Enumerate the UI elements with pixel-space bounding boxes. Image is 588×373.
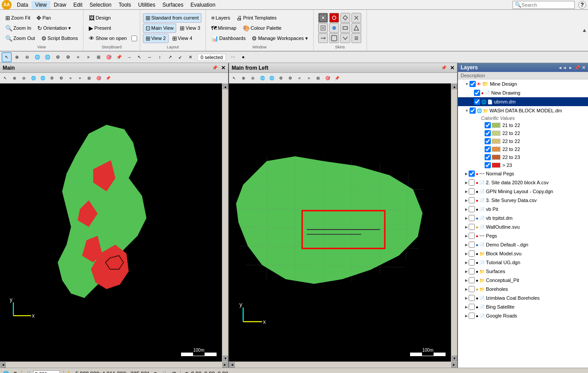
layer-demo-default[interactable]: ▶ ● 📄 Demo Default -.dgn [458,240,588,249]
vscroll-down-left[interactable]: ▼ [223,356,228,361]
vp-left-target[interactable]: 🎯 [94,74,103,83]
viewport-right-pin[interactable]: 📌 [441,65,446,70]
expand-bing-satellite[interactable]: ▶ [465,305,468,309]
layer-wash-data[interactable]: ▼ 🌐 📁 WASH DATA BLOCK MODEL.dm [458,106,588,115]
skin-btn-10[interactable] [329,33,339,43]
view2-button[interactable]: ⊞View 2 [143,34,169,43]
tool-cross[interactable]: ✕ [185,52,195,62]
expand-demo-default[interactable]: ▶ [465,243,468,247]
skin-btn-12[interactable] [351,33,361,43]
vp-right-gear1[interactable]: ⚙ [276,74,285,83]
skin-btn-7[interactable] [340,23,350,33]
expand-pegs[interactable]: ▶ [465,234,468,238]
standard-from-current-button[interactable]: ⊞Standard from current [143,13,201,23]
layer-google-roads[interactable]: ▶ ● 📄 Google Roads [458,311,588,320]
menu-evaluation[interactable]: Evaluation [187,1,219,9]
check-22-22-2[interactable] [485,138,491,144]
script-buttons-button[interactable]: ⚙Script Buttons [39,34,80,43]
tool-grid[interactable]: ⊞ [94,52,103,62]
legend-22-23[interactable]: 22 to 23 [458,153,588,161]
vp-left-globe2[interactable]: 🌐 [38,74,47,83]
zoom-input[interactable] [33,370,60,373]
vp-left-globe1[interactable]: 🌐 [29,74,38,83]
vscroll-right[interactable]: ▲ ▼ [451,83,457,361]
pan-button[interactable]: ✥Pan [34,13,54,23]
check-walloutline[interactable] [469,224,475,230]
layer-new-drawing[interactable]: ▶ ● 📄 New Drawing [458,88,588,97]
expand-block-model[interactable]: ▶ [465,252,468,256]
skin-btn-4[interactable] [351,13,361,23]
expand-vb-trpitst[interactable]: ▶ [465,216,468,220]
dashboards-button[interactable]: 📊Dashboards [209,34,248,43]
zoom-fit-button[interactable]: ⊞Zoom Fit [3,13,33,23]
vp-left-grid[interactable]: ⊞ [85,74,94,83]
check-vb-pit[interactable] [469,206,475,212]
check-mine-design[interactable] [470,81,476,87]
layer-block-model[interactable]: ▶ ● 📁 Block Model.svu [458,249,588,258]
layer-site-survey[interactable]: ▶ ● 📄 3. Site Survey Data.csv [458,196,588,205]
tool-resize-h[interactable]: ↔ [145,52,154,62]
tool-next[interactable]: » [83,52,93,62]
hscroll-left[interactable]: ◄ ► [0,361,228,368]
expand-site-survey[interactable]: ▶ [465,198,468,202]
tool-ne[interactable]: ↗ [165,52,175,62]
vp-left-cursor[interactable]: ↖ [1,74,10,83]
vp-right-grid[interactable]: ⊞ [314,74,323,83]
tool-zoom-out[interactable]: ⊖ [22,52,32,62]
hscroll-right-btn-left[interactable]: ► [222,362,228,368]
main-view-button[interactable]: ⊡Main View [143,24,177,33]
legend-22-22-1[interactable]: 22 to 22 [458,129,588,137]
vscroll-left[interactable]: ▲ ▼ [222,83,228,361]
vp-left-gear1[interactable]: ⚙ [47,74,56,83]
expand-vb-pit[interactable]: ▶ [465,207,468,211]
layer-walloutline[interactable]: ▶ ● 📄 WallOutline.svu [458,222,588,231]
skin-btn-6[interactable] [329,23,339,33]
check-normal-pegs[interactable] [469,171,475,177]
legend-22-22-2[interactable]: 22 to 22 [458,137,588,145]
viewport-left-close[interactable]: ✕ [221,65,225,71]
status-settings[interactable]: ⚙ [13,371,18,373]
check-wash-data[interactable] [470,107,476,114]
menu-utilities[interactable]: Utilities [134,1,159,9]
skin-btn-9[interactable] [318,33,328,43]
search-input[interactable] [521,2,572,8]
skin-btn-5[interactable] [318,23,328,33]
check-22-22-1[interactable] [485,130,491,136]
check-site-data[interactable] [469,179,475,186]
vp-right-globe1[interactable]: 🌐 [258,74,267,83]
legend-22-22-3[interactable]: 22 to 22 [458,145,588,153]
toolbar-collapse-btn[interactable]: ▲ [581,10,588,51]
expand-google-roads[interactable]: ▶ [465,314,468,318]
orientation-button[interactable]: ↻Orientation ▾ [35,24,74,33]
check-22-22-3[interactable] [485,146,491,152]
check-ubmm[interactable] [474,99,480,105]
vp-left-prev[interactable]: « [66,74,75,83]
check-izimbiwa[interactable] [469,295,475,301]
tool-select[interactable]: ↖ [2,52,12,62]
layer-mine-design[interactable]: ▼ 👁 📁 Mine Design [458,79,588,88]
vp-left-next[interactable]: » [75,74,84,83]
check-gpn[interactable] [469,188,475,194]
expand-tutorial-ug[interactable]: ▶ [465,261,468,265]
check-tutorial-ug[interactable] [469,259,475,266]
layer-conceptual-pit[interactable]: ▶ ● 📁 Conceptual_Pit [458,276,588,285]
vp-right-next[interactable]: » [304,74,313,83]
layer-ubmm[interactable]: ▶ 🌐 📄 ubmm.dm [458,97,588,106]
menu-data[interactable]: Data [13,1,32,9]
check-site-survey[interactable] [469,197,475,203]
layers-collapse-right[interactable]: ► [568,65,573,70]
present-button[interactable]: ▶Present [86,24,114,33]
vp-right-zoom-out[interactable]: ⊖ [249,74,257,83]
expand-izimbiwa[interactable]: ▶ [465,296,468,300]
check-demo-default[interactable] [469,242,475,248]
check-gt23[interactable] [485,162,491,168]
view4-button[interactable]: ⊞View 4 [170,34,195,43]
expand-boreholes[interactable]: ▶ [465,287,468,291]
layer-boreholes[interactable]: ▶ ● 📁 Boreholes [458,285,588,294]
show-on-open-checkbox[interactable] [131,36,137,41]
check-surfaces[interactable] [469,268,475,274]
menu-edit[interactable]: Edit [70,1,86,9]
skin-btn-1[interactable] [318,13,328,23]
layer-tutorial-ug[interactable]: ▶ ● 📄 Tutorial UG.dgn [458,258,588,267]
tool-resize-v[interactable]: ↕ [155,52,165,62]
